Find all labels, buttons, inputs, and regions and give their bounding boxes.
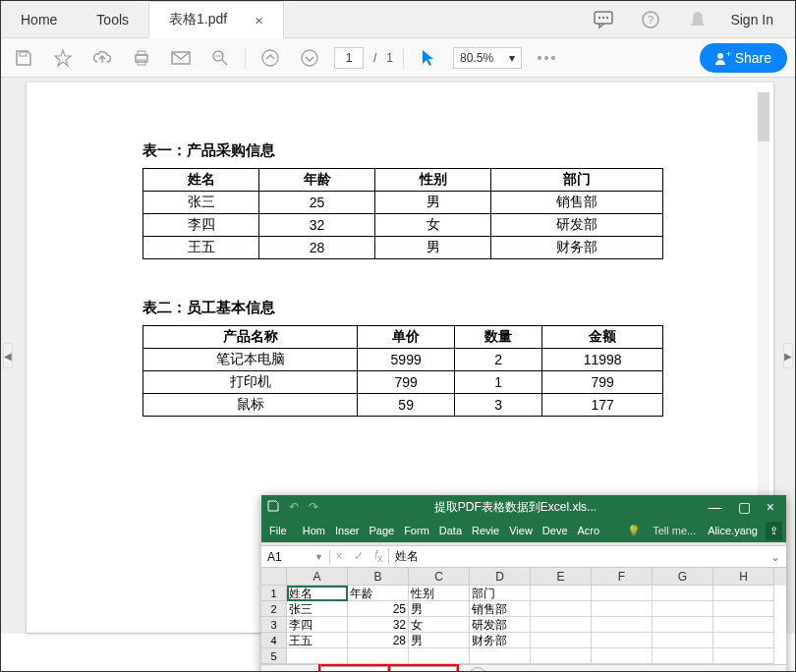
cell[interactable]	[287, 648, 348, 664]
cell[interactable]	[713, 633, 774, 648]
row-2[interactable]: 2	[261, 601, 287, 617]
excel-undo-icon[interactable]: ↶	[289, 500, 299, 514]
close-icon[interactable]: ×	[767, 499, 774, 515]
cell[interactable]	[592, 648, 653, 664]
search-icon[interactable]	[205, 49, 235, 67]
cell[interactable]: 张三	[287, 601, 348, 617]
col-F[interactable]: F	[592, 568, 653, 586]
cell[interactable]: 部门	[470, 586, 531, 601]
sheet-tab-2[interactable]: Sheet2	[390, 666, 457, 672]
cell[interactable]	[713, 586, 774, 601]
cell[interactable]: 王五	[287, 633, 348, 648]
cell[interactable]	[592, 617, 653, 633]
cell[interactable]	[409, 648, 470, 664]
cell[interactable]: 男	[409, 601, 470, 617]
cell[interactable]	[531, 601, 592, 617]
sign-in-link[interactable]: Sign In	[730, 12, 781, 28]
cell[interactable]	[470, 648, 531, 664]
cell-A1[interactable]: 姓名	[287, 586, 348, 601]
fx-expand-icon[interactable]: ⌄	[765, 550, 786, 564]
next-page-icon[interactable]	[295, 49, 324, 67]
ribbon-review[interactable]: Revie	[468, 525, 503, 536]
excel-redo-icon[interactable]: ↷	[309, 500, 318, 514]
sheet-grid[interactable]: A B C D E F G H 1姓名年龄性别部门 2张三25男销售部 3李四3…	[261, 568, 786, 664]
sheet-nav-next-icon[interactable]: ▸	[303, 669, 309, 673]
cell[interactable]: 财务部	[470, 633, 531, 648]
tellme-text[interactable]: Tell me...	[649, 525, 700, 536]
ribbon-view[interactable]: View	[505, 525, 537, 536]
save-icon[interactable]	[9, 49, 38, 67]
cell[interactable]	[653, 586, 713, 601]
chat-icon[interactable]	[589, 12, 618, 28]
print-icon[interactable]	[127, 49, 156, 67]
ribbon-developer[interactable]: Deve	[539, 525, 572, 536]
select-all-corner[interactable]	[261, 568, 287, 586]
cell[interactable]	[653, 633, 713, 648]
cell[interactable]	[592, 586, 653, 601]
excel-user[interactable]: Alice.yang	[704, 525, 762, 536]
col-G[interactable]: G	[653, 568, 713, 586]
cell[interactable]: 性别	[409, 586, 470, 601]
share-button[interactable]: + Share	[700, 43, 787, 73]
cell[interactable]	[531, 648, 592, 664]
excel-save-icon[interactable]	[267, 500, 279, 515]
cell[interactable]: 男	[409, 633, 470, 648]
tab-document[interactable]: 表格1.pdf ×	[148, 1, 284, 38]
cell[interactable]	[713, 617, 774, 633]
tab-home[interactable]: Home	[1, 1, 77, 37]
more-icon[interactable]	[532, 55, 561, 61]
star-icon[interactable]	[48, 49, 78, 67]
cell[interactable]	[653, 601, 713, 617]
ribbon-home[interactable]: Hom	[299, 525, 329, 536]
selection-icon[interactable]	[414, 49, 443, 67]
cell[interactable]	[531, 586, 592, 601]
cell[interactable]: 研发部	[470, 617, 531, 633]
row-1[interactable]: 1	[261, 586, 287, 601]
minimize-icon[interactable]: —	[709, 499, 722, 515]
sheet-tab-1[interactable]: Sheet1	[320, 666, 388, 672]
cell[interactable]	[653, 617, 713, 633]
cell[interactable]	[592, 601, 653, 617]
prev-page-icon[interactable]	[256, 49, 285, 67]
close-tab-icon[interactable]: ×	[255, 12, 263, 28]
maximize-icon[interactable]: ▢	[738, 499, 751, 515]
cell[interactable]: 32	[348, 617, 409, 633]
col-D[interactable]: D	[470, 568, 531, 586]
scroll-knob[interactable]	[758, 92, 769, 141]
cell[interactable]: 李四	[287, 617, 348, 633]
page-right[interactable]: ▶	[783, 343, 793, 368]
bell-icon[interactable]	[683, 11, 712, 28]
cell[interactable]: 销售部	[470, 601, 531, 617]
formula-input[interactable]: 姓名	[389, 548, 765, 565]
cloud-upload-icon[interactable]	[87, 50, 117, 66]
cell[interactable]	[653, 648, 713, 664]
excel-titlebar[interactable]: ↶ ↷ 提取PDF表格数据到Excel.xls... — ▢ ×	[261, 495, 786, 519]
row-4[interactable]: 4	[261, 633, 287, 648]
ribbon-file[interactable]: File	[265, 525, 297, 536]
ribbon-formulas[interactable]: Form	[400, 525, 433, 536]
hscroll-grip-icon[interactable]: ⁞	[590, 669, 594, 673]
cell[interactable]: 28	[348, 633, 409, 648]
col-A[interactable]: A	[287, 568, 348, 586]
cell[interactable]: 25	[348, 601, 409, 617]
page-left[interactable]: ◀	[3, 343, 13, 368]
row-3[interactable]: 3	[261, 617, 287, 633]
cell[interactable]	[713, 601, 774, 617]
col-C[interactable]: C	[409, 568, 470, 586]
ribbon-insert[interactable]: Inser	[331, 525, 363, 536]
fx-enter-icon[interactable]: ✓	[354, 549, 364, 563]
help-icon[interactable]: ?	[636, 11, 665, 28]
cell[interactable]	[592, 633, 653, 648]
cell[interactable]	[531, 617, 592, 633]
cell[interactable]	[531, 633, 592, 648]
mail-icon[interactable]	[166, 51, 196, 65]
excel-share-icon[interactable]: ⇪	[766, 522, 782, 540]
col-B[interactable]: B	[348, 568, 409, 586]
cell[interactable]	[713, 648, 774, 664]
name-box[interactable]: A1▼	[261, 550, 330, 564]
cell[interactable]: 年龄	[348, 586, 409, 601]
cell[interactable]	[348, 648, 409, 664]
zoom-select[interactable]: 80.5% ▾	[453, 47, 522, 69]
fx-cancel-icon[interactable]: ×	[336, 549, 343, 563]
fx-icon[interactable]: fx	[374, 548, 382, 564]
